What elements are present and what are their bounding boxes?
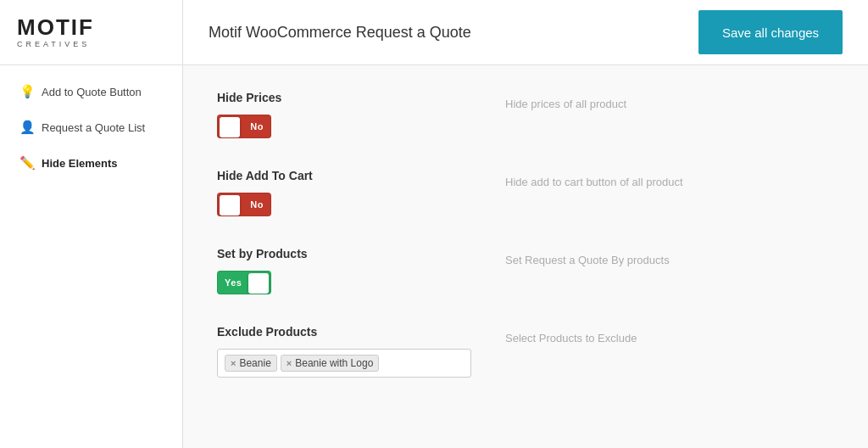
setting-desc-hide-prices: Hide prices of all product xyxy=(505,98,626,110)
tag-remove-beanie-with-logo[interactable]: × xyxy=(287,358,292,368)
toggle-container-set-by-products: Yes xyxy=(217,271,471,294)
setting-left-hide-add-to-cart: Hide Add To Cart No xyxy=(217,169,471,216)
exclude-products-tags-input[interactable]: × Beanie × Beanie with Logo xyxy=(217,349,471,378)
toggle-knob-set-by-products xyxy=(248,273,269,294)
toggle-container-hide-add-to-cart: No xyxy=(217,193,471,216)
save-all-changes-button[interactable]: Save all changes xyxy=(698,10,843,54)
tag-label-beanie-with-logo: Beanie with Logo xyxy=(295,357,373,369)
toggle-text-hide-prices: No xyxy=(250,121,264,132)
setting-left-hide-prices: Hide Prices No xyxy=(217,91,471,138)
setting-label-hide-prices: Hide Prices xyxy=(217,91,471,104)
setting-right-set-by-products: Set Request a Quote By products xyxy=(505,247,834,266)
sidebar-item-hide-elements[interactable]: ✏️ Hide Elements xyxy=(0,145,182,181)
sidebar-item-label: Request a Quote List xyxy=(42,121,145,134)
sidebar-item-request-a-quote-list[interactable]: 👤 Request a Quote List xyxy=(0,109,182,145)
main-content-area: Motif WooCommerce Request a Quote Save a… xyxy=(183,0,868,448)
toggle-text-set-by-products: Yes xyxy=(225,277,242,288)
tag-remove-beanie[interactable]: × xyxy=(231,358,236,368)
setting-desc-exclude-products: Select Products to Exclude xyxy=(505,332,637,344)
sidebar: MOTIF CREATIVES 💡 Add to Quote Button 👤 … xyxy=(0,0,183,448)
tag-label-beanie: Beanie xyxy=(239,357,270,369)
page-title: Motif WooCommerce Request a Quote xyxy=(209,24,471,42)
setting-right-hide-add-to-cart: Hide add to cart button of all product xyxy=(505,169,834,188)
setting-label-set-by-products: Set by Products xyxy=(217,247,471,260)
setting-left-set-by-products: Set by Products Yes xyxy=(217,247,471,294)
setting-right-hide-prices: Hide prices of all product xyxy=(505,91,834,110)
setting-left-exclude-products: Exclude Products × Beanie × Beanie with … xyxy=(217,325,471,378)
setting-row-hide-add-to-cart: Hide Add To Cart No Hide add to cart but… xyxy=(217,169,834,216)
setting-row-hide-prices: Hide Prices No Hide prices of all produc… xyxy=(217,91,834,138)
setting-row-set-by-products: Set by Products Yes Set Request a Quote … xyxy=(217,247,834,294)
setting-desc-set-by-products: Set Request a Quote By products xyxy=(505,254,670,266)
toggle-set-by-products[interactable]: Yes xyxy=(217,271,271,294)
setting-row-exclude-products: Exclude Products × Beanie × Beanie with … xyxy=(217,325,834,378)
sidebar-item-label: Hide Elements xyxy=(42,157,118,170)
tag-beanie-with-logo: × Beanie with Logo xyxy=(281,355,380,372)
logo-area: MOTIF CREATIVES xyxy=(0,0,182,65)
toggle-knob-hide-add-to-cart xyxy=(220,195,240,216)
toggle-knob-hide-prices xyxy=(220,117,240,137)
sidebar-item-label: Add to Quote Button xyxy=(42,86,142,98)
toggle-text-hide-add-to-cart: No xyxy=(250,199,264,210)
tag-beanie: × Beanie xyxy=(225,355,277,372)
toggle-hide-add-to-cart[interactable]: No xyxy=(217,193,271,216)
lightbulb-icon: 💡 xyxy=(19,84,35,99)
sidebar-nav: 💡 Add to Quote Button 👤 Request a Quote … xyxy=(0,65,182,189)
pencil-icon: ✏️ xyxy=(19,155,35,171)
setting-label-exclude-products: Exclude Products xyxy=(217,325,471,339)
setting-label-hide-add-to-cart: Hide Add To Cart xyxy=(217,169,471,182)
person-icon: 👤 xyxy=(19,120,35,135)
logo-motif: MOTIF xyxy=(17,16,94,38)
sidebar-item-add-to-quote-button[interactable]: 💡 Add to Quote Button xyxy=(0,74,182,109)
toggle-container-hide-prices: No xyxy=(217,115,471,138)
logo-creatives: CREATIVES xyxy=(17,40,90,48)
main-header: Motif WooCommerce Request a Quote Save a… xyxy=(183,0,868,65)
settings-panel: Hide Prices No Hide prices of all produc… xyxy=(183,65,868,448)
setting-desc-hide-add-to-cart: Hide add to cart button of all product xyxy=(505,176,683,188)
toggle-hide-prices[interactable]: No xyxy=(217,115,271,138)
setting-right-exclude-products: Select Products to Exclude xyxy=(505,325,834,344)
